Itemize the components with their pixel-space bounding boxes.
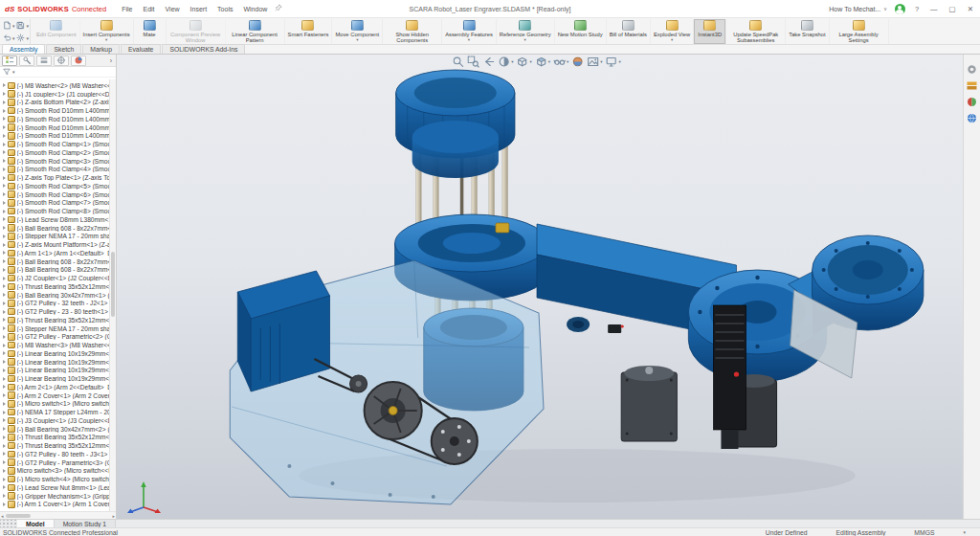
view-settings-button[interactable]: ▾ bbox=[605, 56, 620, 68]
tree-item[interactable]: (-) Linear Bearing 10x19x29mm<2> (Linear bbox=[0, 358, 109, 367]
dropdown-arrow-icon[interactable]: ▾ bbox=[468, 38, 470, 43]
expand-arrow-icon[interactable] bbox=[3, 168, 6, 171]
expand-arrow-icon[interactable] bbox=[3, 326, 6, 330]
expand-arrow-icon[interactable] bbox=[3, 150, 6, 154]
user-avatar[interactable] bbox=[895, 4, 905, 14]
tree-item[interactable]: (-) Smooth Rod Clamp<4> (Smooth Rod Cl bbox=[0, 166, 109, 174]
expand-arrow-icon[interactable] bbox=[3, 268, 6, 272]
expand-arrow-icon[interactable] bbox=[3, 243, 6, 247]
expand-arrow-icon[interactable] bbox=[3, 201, 6, 205]
expand-arrow-icon[interactable] bbox=[3, 402, 6, 406]
tree-item[interactable]: (-) Smooth Rod Clamp<1> (Smooth Rod Cl bbox=[0, 140, 109, 148]
status-mmgs[interactable]: MMGS bbox=[914, 529, 934, 536]
expand-arrow-icon[interactable] bbox=[3, 284, 6, 288]
expand-arrow-icon[interactable] bbox=[3, 134, 6, 138]
dropdown-arrow-icon[interactable]: ▾ bbox=[671, 38, 673, 43]
expand-arrow-icon[interactable] bbox=[3, 117, 6, 121]
expand-arrow-icon[interactable] bbox=[3, 83, 6, 87]
expand-arrow-icon[interactable] bbox=[3, 318, 6, 322]
tree-item[interactable]: (-) Ball Bearing 30x42x7mm<2> (Ball Bear… bbox=[0, 425, 109, 434]
menu-window[interactable]: Window bbox=[243, 6, 267, 12]
tree-item[interactable]: (-) GT2 Pulley - 32 teeth - J2<1> (GT2 P… bbox=[0, 300, 109, 308]
expand-arrow-icon[interactable] bbox=[3, 259, 6, 263]
scroll-right-icon[interactable]: ▸ bbox=[112, 513, 115, 519]
apply-scene-button[interactable]: ▾ bbox=[587, 56, 602, 68]
expand-arrow-icon[interactable] bbox=[3, 393, 6, 397]
stepper-motor-left[interactable] bbox=[621, 366, 677, 441]
expand-arrow-icon[interactable] bbox=[3, 251, 6, 255]
bill-of-materials-button[interactable]: Bill of Materials bbox=[607, 19, 651, 44]
tab-solidworks-add-ins[interactable]: SOLIDWORKS Add-Ins bbox=[162, 44, 245, 54]
tree-item[interactable]: (-) Z-axis Mount Platform<1> (Z-axis Mou… bbox=[0, 240, 109, 249]
gt2-pulley-small[interactable] bbox=[432, 418, 478, 464]
expand-arrow-icon[interactable] bbox=[3, 411, 6, 414]
expand-arrow-icon[interactable] bbox=[3, 100, 6, 104]
tree-item[interactable]: (-) Ball Bearing 608 - 8x22x7mm<5> (Ball… bbox=[0, 257, 109, 266]
exploded-view-button[interactable]: Exploded View▾ bbox=[651, 19, 694, 44]
tree-item[interactable]: (-) Arm 2 Cover<1> (Arm 2 Cover<<Default bbox=[0, 391, 109, 400]
scrollbar-thumb[interactable] bbox=[6, 514, 31, 518]
tree-item[interactable]: (-) Linear Bearing 10x19x29mm<6> (Linear bbox=[0, 374, 109, 383]
zoom-area-button[interactable] bbox=[467, 56, 479, 68]
tree-item[interactable]: (-) Thrust Bearing 35x52x12mm<3> (Thrust bbox=[0, 434, 109, 442]
expand-arrow-icon[interactable] bbox=[3, 377, 6, 381]
dropdown-arrow-icon[interactable]: ▾ bbox=[524, 38, 526, 43]
tab-evaluate[interactable]: Evaluate bbox=[121, 44, 161, 54]
design-library-button[interactable] bbox=[966, 79, 978, 92]
expand-arrow-icon[interactable] bbox=[3, 159, 6, 163]
instant3d-button[interactable]: Instant3D bbox=[694, 19, 726, 44]
tree-item[interactable]: (-) J1 coupler<1> (J1 coupler<<Default>_… bbox=[0, 90, 109, 99]
smart-fasteners-button[interactable]: Smart Fasteners bbox=[285, 19, 333, 44]
insert-components-button[interactable]: Insert Components▾ bbox=[80, 19, 134, 44]
tree-item[interactable]: (-) Arm 1 Cover<1> (Arm 1 Cover<<Defaul bbox=[0, 501, 109, 509]
expand-arrow-icon[interactable] bbox=[3, 176, 6, 180]
tree-item[interactable]: (-) Smooth Rod Clamp<6> (Smooth Rod Cl bbox=[0, 190, 109, 199]
expand-arrow-icon[interactable] bbox=[3, 293, 6, 297]
tree-item[interactable]: Micro switch<3> (Micro switch<<Default> bbox=[0, 467, 109, 476]
tree-item[interactable]: (-) M8 Washer<3> (M8 Washer<<Default>_ bbox=[0, 341, 109, 349]
tree-item[interactable]: (-) Lead Screw Nut 8mm<1> (Lead Screw N bbox=[0, 483, 109, 492]
tree-item[interactable]: (-) Smooth Rod D10mm L400mm<2> (Smo bbox=[0, 115, 109, 123]
graphics-viewport[interactable]: ▾▾▾▾▾▾ bbox=[117, 55, 963, 519]
tree-item[interactable]: (-) Linear Bearing 10x19x29mm<1> (Linear bbox=[0, 349, 109, 358]
doc-tab-model[interactable]: Model bbox=[17, 520, 55, 527]
dropdown-arrow-icon[interactable]: ▾ bbox=[105, 38, 107, 43]
tree-item[interactable]: (-) Smooth Rod Clamp<7> (Smooth Rod Cl bbox=[0, 199, 109, 208]
tree-item[interactable]: (-) Lead Screw D8mm L380mm<1> (Lead Sc bbox=[0, 215, 109, 224]
units-dropdown-arrow-icon[interactable]: ▾ bbox=[963, 529, 966, 535]
dimxpertmanager-tab[interactable] bbox=[54, 56, 69, 66]
tree-item[interactable]: (-) Arm 1<1> (Arm 1<<Default>_Display St bbox=[0, 249, 109, 257]
scara-robot-model[interactable] bbox=[117, 55, 963, 519]
expand-arrow-icon[interactable] bbox=[3, 277, 6, 280]
options-button[interactable]: ▾ bbox=[16, 34, 29, 42]
laser-module[interactable] bbox=[713, 305, 746, 449]
tree-item[interactable]: (-) Smooth Rod D10mm L400mm<1> (Smo bbox=[0, 106, 109, 115]
tree-item[interactable]: (-) Z-axis Top Plate<1> (Z-axis Top Plat… bbox=[0, 173, 109, 182]
tree-item[interactable]: (-) Ball Bearing 30x42x7mm<1> (Ball Bear… bbox=[0, 291, 109, 300]
minimize-button[interactable]: — bbox=[928, 5, 940, 13]
tree-item[interactable]: (-) Thrust Bearing 35x52x12mm<1> (Thrust bbox=[0, 282, 109, 291]
expand-arrow-icon[interactable] bbox=[3, 436, 6, 439]
expand-arrow-icon[interactable] bbox=[3, 494, 6, 498]
tree-item[interactable]: (-) Ball Bearing 608 - 8x22x7mm<6> (Ball… bbox=[0, 266, 109, 275]
expand-arrow-icon[interactable] bbox=[3, 92, 6, 96]
tree-item[interactable]: (-) Smooth Rod Clamp<5> (Smooth Rod Cl bbox=[0, 182, 109, 190]
expand-arrow-icon[interactable] bbox=[3, 444, 6, 448]
tree-item[interactable]: (-) J2 Coupler<1> (J2 Coupler<<Default>_… bbox=[0, 274, 109, 282]
expand-arrow-icon[interactable] bbox=[3, 335, 6, 339]
view-orientation-button[interactable]: ▾ bbox=[516, 56, 531, 68]
chevron-down-icon[interactable]: ▾ bbox=[12, 69, 15, 75]
expand-arrow-icon[interactable] bbox=[3, 351, 6, 355]
expand-arrow-icon[interactable] bbox=[3, 427, 6, 431]
tree-item[interactable]: (-) Stepper NEMA 17 - 20mm shaft<2> (Ste bbox=[0, 233, 109, 241]
tree-item[interactable]: (-) Smooth Rod Clamp<8> (Smooth Rod Cl bbox=[0, 207, 109, 215]
tree-item[interactable]: (-) Micro switch<1> (Micro switch<<Defau bbox=[0, 400, 109, 409]
mate-button[interactable]: Mate bbox=[134, 19, 167, 44]
tree-item[interactable]: (-) Gripper Mechanism<1> (Gripper Mecha bbox=[0, 492, 109, 501]
expand-arrow-icon[interactable] bbox=[3, 452, 6, 456]
tree-item[interactable]: (-) Arm 2<1> (Arm 2<<Default>_Display St bbox=[0, 383, 109, 391]
expand-arrow-icon[interactable] bbox=[3, 217, 6, 221]
tree-item[interactable]: (-) Z-axis Bottom Plate<2> (Z-axis Botto… bbox=[0, 99, 109, 107]
expand-arrow-icon[interactable] bbox=[3, 125, 6, 129]
tree-item[interactable]: (-) M8 Washer<2> (M8 Washer<<Default>_ bbox=[0, 81, 109, 90]
